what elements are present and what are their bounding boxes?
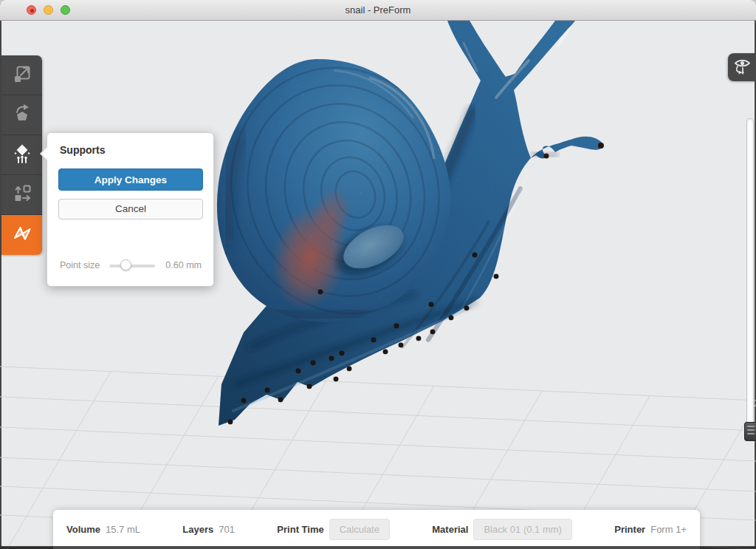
supports-tool-button[interactable] xyxy=(1,134,42,174)
point-size-slider-track[interactable] xyxy=(109,265,155,267)
status-bar: Volume 15.7 mL Layers 701 Print Time Cal… xyxy=(53,510,700,549)
volume-value: 15.7 mL xyxy=(106,524,140,535)
material-group: Material Black 01 (0.1 mm) xyxy=(432,519,572,540)
calculate-button[interactable]: Calculate xyxy=(329,519,390,540)
window-title: snail - PreForm xyxy=(0,0,756,20)
orient-tool-button[interactable] xyxy=(1,95,42,134)
point-size-slider-thumb[interactable] xyxy=(120,259,131,270)
layers-value: 701 xyxy=(219,524,235,535)
cancel-button[interactable]: Cancel xyxy=(58,199,203,219)
volume-group: Volume 15.7 mL xyxy=(66,524,140,535)
scale-tool-button[interactable] xyxy=(1,55,42,95)
layer-slider-handle[interactable] xyxy=(744,422,756,441)
print-time-label: Print Time xyxy=(277,524,323,535)
printer-group: Printer Form 1+ xyxy=(614,524,687,535)
material-button[interactable]: Black 01 (0.1 mm) xyxy=(473,519,571,540)
printer-value: Form 1+ xyxy=(650,524,687,535)
view-rotate-icon xyxy=(732,56,752,78)
supports-icon xyxy=(11,143,33,168)
orient-icon xyxy=(11,103,33,128)
layout-icon xyxy=(11,183,33,208)
point-size-label: Point size xyxy=(60,260,100,270)
print-butterfly-icon xyxy=(11,222,33,248)
snail-model[interactable] xyxy=(199,21,620,434)
titlebar[interactable]: snail - PreForm xyxy=(0,0,756,21)
print-time-group: Print Time Calculate xyxy=(277,519,390,540)
print-button[interactable] xyxy=(1,214,42,255)
view-rotate-button[interactable] xyxy=(728,53,756,81)
layout-tool-button[interactable] xyxy=(1,174,42,214)
layers-group: Layers 701 xyxy=(182,524,235,535)
left-toolbar xyxy=(1,55,42,255)
app-window: Supports Apply Changes Cancel Point size… xyxy=(0,0,756,549)
point-size-value: 0.60 mm xyxy=(165,260,202,270)
layer-slider-track[interactable] xyxy=(746,118,754,430)
volume-label: Volume xyxy=(66,524,100,535)
supports-popover: Supports Apply Changes Cancel Point size… xyxy=(47,132,214,287)
layers-label: Layers xyxy=(182,524,213,535)
material-label: Material xyxy=(432,524,468,535)
popover-title: Supports xyxy=(60,144,105,156)
apply-changes-button[interactable]: Apply Changes xyxy=(58,168,203,191)
printer-label: Printer xyxy=(614,524,645,535)
scale-icon xyxy=(11,63,33,88)
window-bottom-edge xyxy=(0,546,756,549)
